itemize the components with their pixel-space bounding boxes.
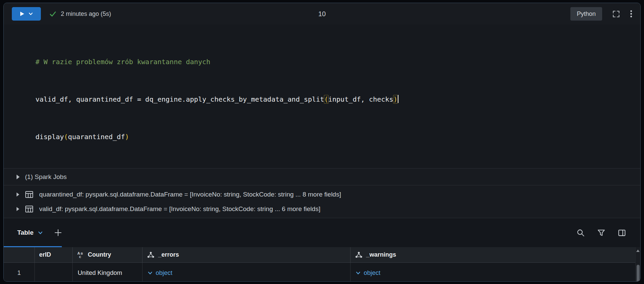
language-selector-button[interactable]: Python (570, 7, 602, 21)
spark-jobs-expander[interactable]: (1) Spark Jobs (4, 168, 640, 185)
chevron-down-icon (356, 270, 361, 276)
result-row-quarantined-df[interactable]: quarantined_df: pyspark.sql.dataframe.Da… (4, 187, 640, 202)
dataframe-summary: quarantined_df: pyspark.sql.dataframe.Da… (39, 191, 341, 198)
scroll-up-arrow[interactable] (636, 250, 640, 252)
column-header-warnings[interactable]: _warnings (351, 247, 640, 263)
country-cell: United Kingdom (73, 263, 143, 282)
results-tab-bar: Table (4, 218, 640, 247)
chevron-down-icon (38, 230, 43, 235)
column-header-rownum (4, 247, 35, 263)
cell-toolbar: 2 minutes ago (5s) 10 Python (4, 3, 640, 25)
text-cursor (398, 95, 398, 103)
dataframe-summary: valid_df: pyspark.sql.dataframe.DataFram… (39, 205, 320, 213)
errors-key-value-line: CustomerID_is_null_or_empty: "Column Cus… (148, 279, 345, 282)
expand-fullscreen-icon[interactable] (612, 10, 620, 18)
scrollbar-thumb[interactable] (637, 265, 640, 282)
last-run-status: 2 minutes ago (5s) (61, 10, 111, 18)
errors-object-expander[interactable]: object (148, 267, 345, 279)
error-key-link[interactable]: CustomerID_is_null_or_empty (158, 281, 242, 282)
code-line-comment: # W razie problemów zrób kwarantanne dan… (35, 56, 630, 68)
results-table-panel: Table (4, 218, 640, 282)
object-expander-label[interactable]: object (156, 267, 172, 279)
result-row-valid-df[interactable]: valid_df: pyspark.sql.dataframe.DataFram… (4, 202, 640, 216)
string-type-icon: ABc (77, 251, 84, 259)
customerid-cell (35, 263, 73, 282)
kebab-menu-icon[interactable] (630, 10, 632, 18)
warnings-key-value-line: Description_is_null: "Column Description… (356, 279, 635, 282)
run-cell-button[interactable] (12, 7, 41, 21)
vertical-scrollbar[interactable] (635, 247, 640, 282)
search-icon[interactable] (576, 229, 585, 237)
column-header-country[interactable]: ABc Country (73, 247, 143, 263)
tab-table-label: Table (17, 229, 33, 236)
cell-execution-number: 10 (318, 10, 326, 18)
add-visualization-button[interactable] (54, 229, 62, 236)
struct-type-icon (147, 251, 155, 259)
warnings-object-expander[interactable]: object (356, 267, 635, 279)
notebook-cell: 2 minutes ago (5s) 10 Python # W razie p… (3, 3, 641, 282)
table-glyph-icon (25, 191, 33, 198)
chevron-down-icon (28, 11, 33, 16)
table-glyph-icon (25, 206, 33, 212)
warnings-cell: object Description_is_null: "Column Desc… (351, 263, 640, 282)
tab-table[interactable]: Table (13, 229, 43, 236)
warning-key-link[interactable]: Description_is_null (366, 281, 418, 282)
expander-triangle-icon (17, 207, 19, 211)
expander-triangle-icon (17, 192, 19, 197)
errors-cell: object CustomerID_is_null_or_empty: "Col… (143, 263, 351, 282)
dataframe-results: quarantined_df: pyspark.sql.dataframe.Da… (4, 185, 640, 218)
chevron-down-icon (148, 270, 153, 276)
svg-text:c: c (79, 255, 81, 259)
column-header-errors[interactable]: _errors (143, 247, 351, 263)
success-check-icon (49, 10, 57, 18)
play-icon (20, 11, 25, 17)
spark-jobs-label: (1) Spark Jobs (25, 173, 67, 181)
struct-type-icon (355, 251, 363, 259)
table-row: 1 United Kingdom object CustomerID_is_nu… (4, 263, 640, 282)
side-panel-icon[interactable] (618, 229, 626, 237)
table-header-row: erID ABc Country _errors (4, 247, 640, 263)
results-data-grid: erID ABc Country _errors (4, 247, 640, 282)
filter-icon[interactable] (597, 229, 606, 237)
column-header-customerid[interactable]: erID (35, 247, 73, 263)
row-number-cell: 1 (4, 263, 35, 282)
object-expander-label[interactable]: object (364, 267, 380, 279)
expander-triangle-icon (17, 175, 20, 179)
code-line-display: display(quarantined_df) (35, 131, 630, 143)
code-editor[interactable]: # W razie problemów zrób kwarantanne dan… (4, 25, 640, 168)
code-line-apply-checks: valid_df, quarantined_df = dq_engine.app… (35, 93, 630, 106)
